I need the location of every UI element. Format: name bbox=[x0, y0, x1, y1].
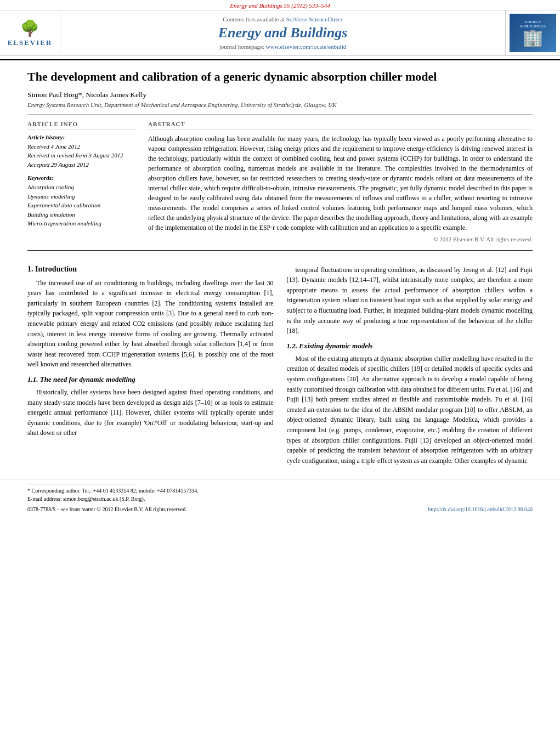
kw5: Micro-trigeneration modelling bbox=[27, 219, 137, 228]
sciverse-line: Contents lists available at SciVerse Sci… bbox=[223, 16, 342, 22]
homepage-link[interactable]: www.elsevier.com/locate/enbuild bbox=[266, 43, 347, 50]
journal-ref-bar: Energy and Buildings 55 (2012) 533–544 bbox=[0, 0, 560, 10]
footer-bottom: 0378-7788/$ – see front matter © 2012 El… bbox=[27, 506, 533, 512]
journal-title-center: Contents lists available at SciVerse Sci… bbox=[60, 10, 505, 55]
subsection12-para: Most of the existing attempts at dynamic… bbox=[287, 354, 533, 466]
history-label: Article history: bbox=[27, 134, 137, 140]
journal-ref-text: Energy and Buildings 55 (2012) 533–544 bbox=[230, 2, 330, 9]
homepage-prefix: journal homepage: bbox=[219, 43, 264, 50]
abstract-heading: ABSTRACT bbox=[148, 121, 533, 129]
abstract-col: ABSTRACT Although absorption cooling has… bbox=[148, 121, 533, 242]
page: Energy and Buildings 55 (2012) 533–544 🌳… bbox=[0, 0, 560, 516]
subsection11-title: 1.1. The need for dynamic modelling bbox=[27, 375, 274, 384]
kw4: Building simulation bbox=[27, 210, 137, 219]
header-main: 🌳 ELSEVIER Contents lists available at S… bbox=[0, 10, 560, 56]
authors-text: Simon Paul Borg*, Nicolas James Kelly bbox=[27, 90, 146, 99]
eb-logo-top-text: ENERGY& BUILDINGS bbox=[520, 20, 546, 29]
body-content: 1. Introduction The increased use of air… bbox=[0, 265, 560, 479]
article-content: The development and calibration of a gen… bbox=[0, 60, 560, 265]
footer-area: * Corresponding author. Tel.: +44 01 413… bbox=[0, 479, 560, 516]
star-note: * Corresponding author. Tel.: +44 01 413… bbox=[27, 487, 533, 495]
divider-1 bbox=[27, 115, 533, 115]
keywords-label: Keywords: bbox=[27, 174, 137, 181]
elsevier-logo: 🌳 ELSEVIER bbox=[0, 10, 60, 55]
history-group: Article history: Received 4 June 2012 Re… bbox=[27, 134, 137, 169]
article-info-heading: ARTICLE INFO bbox=[27, 121, 137, 129]
accepted-text: Accepted 29 August 2012 bbox=[27, 160, 137, 169]
keywords-group: Keywords: Absorption cooling Dynamic mod… bbox=[27, 174, 137, 228]
two-col-body: 1. Introduction The increased use of air… bbox=[27, 265, 533, 471]
sciverse-link[interactable]: SciVerse ScienceDirect bbox=[286, 16, 343, 22]
abstract-text: Although absorption cooling has been ava… bbox=[148, 134, 533, 233]
section1-title: 1. Introduction bbox=[27, 265, 274, 274]
subsection12-title: 1.2. Existing dynamic models bbox=[287, 342, 533, 350]
doi-text[interactable]: http://dx.doi.org/10.1016/j.enbuild.2012… bbox=[428, 506, 533, 512]
section1-para1: The increased use of air conditioning in… bbox=[27, 278, 274, 370]
journal-homepage: journal homepage: www.elsevier.com/locat… bbox=[219, 43, 346, 50]
section1-num: 1. bbox=[27, 265, 33, 273]
right-para1: temporal fluctuations in operating condi… bbox=[287, 265, 533, 336]
kw3: Experimental data calibration bbox=[27, 201, 137, 210]
email-note: E-mail address: simon.borg@strath.ac.uk … bbox=[27, 495, 533, 503]
sciverse-prefix: Contents lists available at bbox=[223, 16, 285, 22]
journal-name: Energy and Buildings bbox=[218, 25, 348, 41]
received-text: Received 4 June 2012 bbox=[27, 142, 137, 151]
eb-logo-box: ENERGY& BUILDINGS 🏢 bbox=[505, 10, 560, 55]
received-revised-text: Received in revised form 3 August 2012 bbox=[27, 151, 137, 160]
issn-text: 0378-7788/$ – see front matter © 2012 El… bbox=[27, 506, 187, 512]
footnote-rule bbox=[27, 484, 137, 484]
elsevier-tree-icon: 🌳 bbox=[20, 19, 39, 37]
elsevier-brand: ELSEVIER bbox=[8, 38, 53, 47]
journal-header: Energy and Buildings 55 (2012) 533–544 🌳… bbox=[0, 0, 560, 60]
kw1: Absorption cooling bbox=[27, 183, 137, 192]
article-info-col: ARTICLE INFO Article history: Received 4… bbox=[27, 121, 137, 242]
kw2: Dynamic modelling bbox=[27, 192, 137, 201]
section1-title-text: Introduction bbox=[35, 265, 77, 273]
article-title: The development and calibration of a gen… bbox=[27, 69, 533, 85]
copyright: © 2012 Elsevier B.V. All rights reserved… bbox=[148, 236, 533, 242]
eb-logo: ENERGY& BUILDINGS 🏢 bbox=[510, 14, 556, 52]
divider-2 bbox=[27, 250, 533, 251]
body-left: 1. Introduction The increased use of air… bbox=[27, 265, 274, 471]
subsection11-para: Historically, chiller systems have been … bbox=[27, 387, 274, 438]
authors: Simon Paul Borg*, Nicolas James Kelly bbox=[27, 90, 533, 99]
affiliation: Energy Systems Research Unit, Department… bbox=[27, 101, 533, 108]
article-info-abstract: ARTICLE INFO Article history: Received 4… bbox=[27, 121, 533, 242]
body-right: temporal fluctuations in operating condi… bbox=[287, 265, 533, 471]
